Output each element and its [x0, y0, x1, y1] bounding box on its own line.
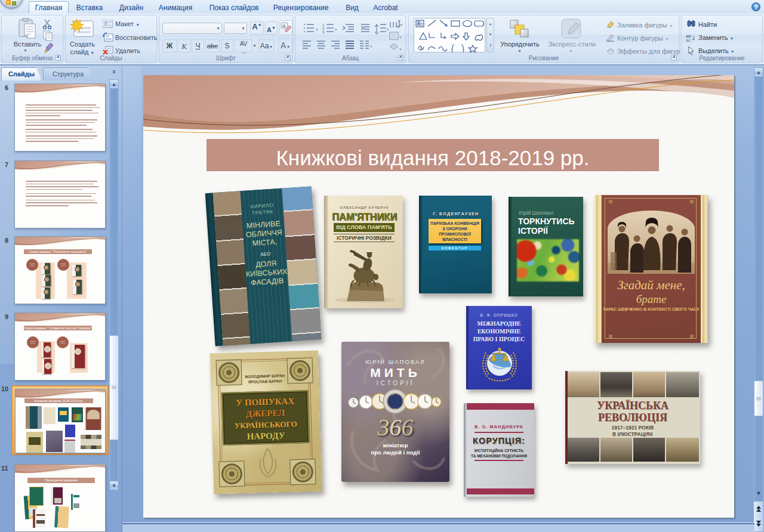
svg-text:▾: ▾	[399, 47, 402, 51]
svg-text:▾: ▾	[401, 23, 403, 27]
svg-text:▾: ▾	[399, 35, 402, 39]
svg-text:▾: ▾	[316, 27, 318, 32]
svg-text:ac: ac	[686, 38, 691, 42]
svg-text:3: 3	[322, 30, 325, 34]
svg-text:✶: ✶	[394, 407, 396, 410]
svg-text:A: A	[282, 23, 286, 29]
svg-text:A: A	[417, 21, 420, 26]
svg-text:▾: ▾	[335, 27, 337, 32]
svg-text:▾: ▾	[370, 44, 372, 48]
svg-text:XII: XII	[392, 393, 395, 396]
